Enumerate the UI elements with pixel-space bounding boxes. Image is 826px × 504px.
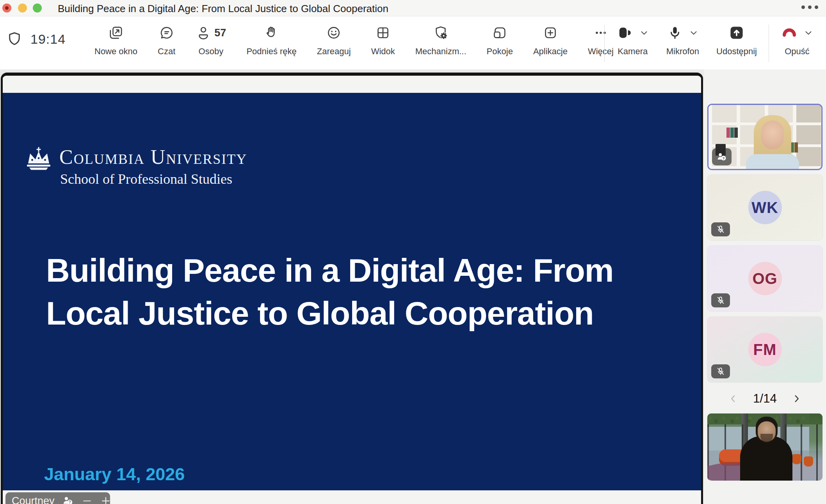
leave-label: Opuść: [785, 46, 810, 57]
leave-chevron-down-icon[interactable]: [803, 28, 814, 38]
presentation-chrome-top: [3, 76, 701, 93]
window-title: Building Peace in a Digital Age: From Lo…: [58, 3, 388, 15]
react-label: Zareaguj: [317, 46, 351, 57]
shared-screen-area: Columbia University School of Profession…: [0, 69, 704, 504]
participant-tile[interactable]: WK: [707, 175, 822, 240]
people-label: Osoby: [199, 46, 224, 57]
new-window-label: Nowe okno: [94, 46, 137, 57]
share-button[interactable]: Udostępnij: [708, 21, 765, 62]
mechanism-button[interactable]: Mechanizm...: [405, 21, 477, 57]
new-window-button[interactable]: Nowe okno: [84, 21, 148, 57]
new-window-icon: [108, 25, 124, 41]
window-zoom-button[interactable]: [33, 4, 42, 12]
camera-chevron-down-icon[interactable]: [639, 28, 649, 38]
meeting-toolbar: 19:14 Nowe okno Czat: [0, 17, 826, 69]
speaker-video-tile[interactable]: ?: [707, 104, 822, 170]
camera-icon: [616, 24, 634, 41]
leave-call-icon: [781, 24, 798, 41]
person-question-icon: ?: [62, 495, 74, 504]
toolbar-divider: [769, 25, 769, 62]
window-more-icon[interactable]: [801, 5, 818, 9]
shared-window-frame: Columbia University School of Profession…: [1, 73, 703, 504]
person-question-badge: ?: [712, 148, 732, 165]
window-close-button[interactable]: [2, 4, 11, 12]
raise-hand-button[interactable]: Podnieś rękę: [236, 21, 306, 57]
person-question-icon: ?: [716, 151, 728, 162]
meeting-timer-text: 19:14: [30, 32, 66, 47]
window-minimize-button[interactable]: [18, 4, 27, 12]
mic-label: Mikrofon: [666, 46, 699, 57]
mic-off-icon: [716, 295, 726, 305]
window-titlebar: Building Peace in a Digital Age: From Lo…: [0, 0, 826, 16]
self-video-tile[interactable]: [707, 413, 822, 481]
participant-count: 57: [214, 27, 226, 39]
columbia-logo: Columbia University School of Profession…: [24, 146, 247, 187]
participant-initials: OG: [752, 270, 777, 287]
chat-button[interactable]: Czat: [148, 21, 185, 57]
view-button[interactable]: Widok: [361, 21, 405, 57]
participant-avatar: FM: [748, 333, 782, 366]
rooms-button[interactable]: Pokoje: [477, 21, 523, 57]
presenter-overlay-bar[interactable]: Courtney ?: [5, 492, 110, 504]
mic-muted-badge: [711, 293, 730, 307]
toolbar-divider: [604, 25, 605, 62]
camera-button[interactable]: Kamera: [608, 21, 658, 62]
apps-button[interactable]: Aplikacje: [523, 21, 578, 57]
view-label: Widok: [371, 46, 395, 57]
meeting-timer: 19:14: [6, 31, 66, 47]
participants-sidebar: ? WK OG FM: [704, 69, 826, 504]
presenter-name: Courtney: [12, 495, 55, 504]
svg-text:?: ?: [68, 500, 71, 504]
mic-icon: [667, 25, 683, 41]
zoom-in-plus-icon[interactable]: [100, 495, 112, 504]
self-video-feed: [707, 413, 822, 481]
participant-tile[interactable]: FM: [707, 317, 822, 382]
mic-button[interactable]: Mikrofon: [658, 21, 708, 62]
participant-tile[interactable]: OG: [707, 246, 822, 311]
page-prev-icon[interactable]: [727, 393, 739, 405]
people-icon: [196, 25, 211, 41]
react-button[interactable]: Zareaguj: [307, 21, 361, 57]
mic-muted-badge: [711, 364, 730, 378]
grid-view-icon: [375, 25, 391, 41]
raise-hand-icon: [264, 25, 279, 41]
leave-button[interactable]: Opuść: [772, 21, 822, 62]
share-label: Udostępnij: [716, 46, 757, 57]
participant-avatar: WK: [748, 191, 782, 224]
people-button[interactable]: 57 Osoby: [185, 21, 236, 57]
page-next-icon[interactable]: [791, 393, 803, 405]
mic-off-icon: [716, 224, 726, 234]
participant-initials: FM: [753, 341, 777, 358]
chat-label: Czat: [158, 46, 175, 57]
columbia-crown-icon: [24, 146, 53, 172]
chat-icon: [159, 25, 174, 41]
apps-plus-icon: [543, 25, 558, 41]
raise-hand-label: Podnieś rękę: [246, 46, 296, 57]
zoom-out-minus-icon[interactable]: [81, 495, 93, 504]
participant-pagination: 1/14: [704, 390, 826, 407]
pagination-label: 1/14: [753, 392, 776, 406]
logo-subtitle: School of Professional Studies: [60, 171, 247, 187]
camera-label: Kamera: [618, 46, 648, 57]
apps-label: Aplikacje: [533, 46, 568, 57]
share-screen-icon: [728, 24, 745, 41]
shield-icon: [6, 31, 23, 47]
slide: Columbia University School of Profession…: [3, 93, 701, 490]
svg-text:?: ?: [723, 156, 725, 160]
mic-off-icon: [716, 366, 726, 376]
logo-title: Columbia University: [59, 146, 247, 169]
slide-title: Building Peace in a Digital Age: From Lo…: [46, 249, 653, 335]
react-smiley-icon: [326, 25, 342, 41]
participant-avatar: OG: [748, 262, 782, 295]
mic-chevron-down-icon[interactable]: [689, 28, 699, 38]
shield-gear-icon: [433, 25, 449, 41]
rooms-label: Pokoje: [487, 46, 513, 57]
mic-muted-badge: [711, 222, 730, 236]
participant-initials: WK: [751, 199, 778, 217]
rooms-icon: [492, 25, 507, 41]
mechanism-label: Mechanizm...: [415, 46, 466, 57]
slide-date: January 14, 2026: [44, 464, 185, 484]
